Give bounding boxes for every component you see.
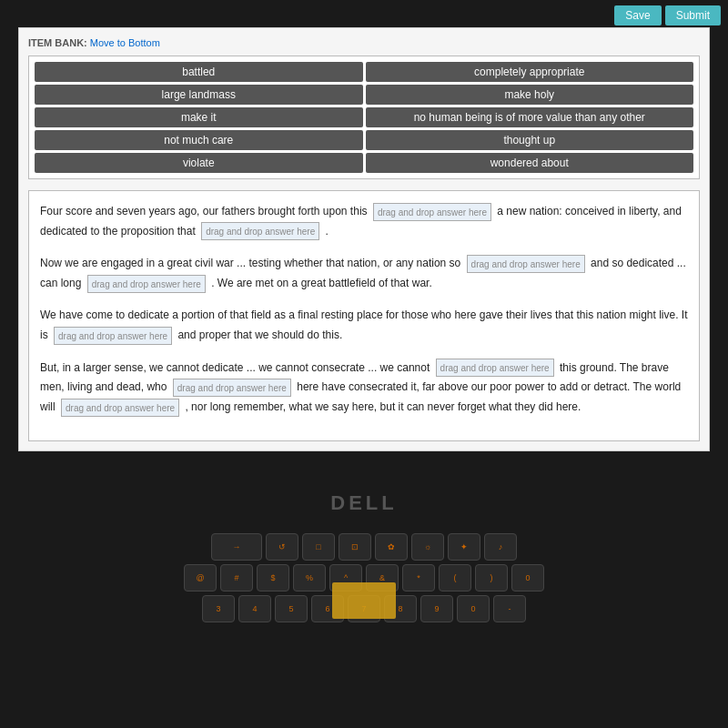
word-bank: battled completely appropriate large lan… (28, 56, 700, 179)
keyboard-row-1: → ↺ □ ⊡ ✿ ☼ ✦ ♪ (18, 533, 710, 561)
key-at[interactable]: @ (184, 564, 217, 592)
key-percent[interactable]: % (293, 564, 326, 592)
item-bank-header: ITEM BANK: Move to Bottom (28, 37, 700, 48)
key-minus[interactable]: - (493, 595, 526, 622)
drop-zone-1[interactable]: drag and drop answer here (373, 203, 491, 221)
word-chip-violate[interactable]: violate (35, 153, 363, 173)
text-p2c: . We are met on a great battlefield of t… (211, 277, 432, 289)
key-tab[interactable]: → (211, 533, 262, 561)
text-p4a: But, in a larger sense, we cannot dedica… (40, 361, 430, 374)
key-5[interactable]: 5 (275, 595, 308, 622)
text-p1c: . (326, 225, 329, 238)
drop-zone-7[interactable]: drag and drop answer here (173, 379, 291, 397)
key-refresh[interactable]: ↺ (266, 533, 298, 561)
key-fn1[interactable]: ✿ (375, 533, 408, 561)
text-p4d: , nor long remember, what we say here, b… (185, 400, 581, 413)
word-chip-make-holy[interactable]: make holy (366, 85, 694, 105)
word-chip-battled[interactable]: battled (35, 62, 363, 82)
drop-zone-2[interactable]: drag and drop answer here (201, 222, 319, 240)
key-3[interactable]: 3 (202, 595, 235, 622)
move-to-bottom-link[interactable]: Move to Bottom (90, 37, 160, 48)
drop-zone-5[interactable]: drag and drop answer here (54, 327, 172, 345)
paragraph-2: Now we are engaged in a great civil war … (40, 254, 688, 293)
dell-logo: DELL (330, 491, 397, 515)
drop-zone-4[interactable]: drag and drop answer here (87, 275, 206, 293)
key-hash[interactable]: # (220, 564, 253, 592)
paragraph-4: But, in a larger sense, we cannot dedica… (40, 359, 688, 418)
word-chip-no-human[interactable]: no human being is of more value than any… (366, 107, 694, 127)
word-chip-not-much-care[interactable]: not much care (35, 130, 363, 150)
paragraph-1: Four score and seven years ago, our fath… (40, 202, 688, 241)
key-dollar[interactable]: $ (257, 564, 289, 592)
key-close-paren[interactable]: ) (475, 564, 508, 592)
word-chip-completely-appropriate[interactable]: completely appropriate (366, 62, 694, 82)
text-p3b: and proper that we should do this. (177, 329, 342, 341)
word-chip-wondered-about[interactable]: wondered about (366, 153, 694, 173)
key-star[interactable]: * (402, 564, 435, 592)
key-9[interactable]: 9 (420, 595, 453, 622)
word-chip-large-landmass[interactable]: large landmass (35, 85, 363, 105)
text-p1a: Four score and seven years ago, our fath… (40, 205, 368, 217)
passage-area: Four score and seven years ago, our fath… (28, 190, 700, 441)
drop-zone-6[interactable]: drag and drop answer here (436, 359, 554, 377)
sticky-note (332, 582, 396, 619)
top-bar: Save Submit (607, 0, 728, 31)
text-p2a: Now we are engaged in a great civil war … (40, 257, 460, 269)
key-open-paren[interactable]: ( (439, 564, 471, 592)
word-chip-make-it[interactable]: make it (35, 107, 363, 127)
laptop-bottom: DELL → ↺ □ ⊡ ✿ ☼ ✦ ♪ @ # $ % ^ & * ( ) 0… (0, 464, 728, 728)
submit-button[interactable]: Submit (665, 5, 721, 25)
key-4[interactable]: 4 (238, 595, 271, 622)
key-fn4[interactable]: ♪ (484, 533, 517, 561)
key-0[interactable]: 0 (457, 595, 490, 622)
drop-zone-3[interactable]: drag and drop answer here (467, 255, 585, 273)
drop-zone-8[interactable]: drag and drop answer here (61, 399, 179, 417)
item-bank-label: ITEM BANK: (28, 37, 87, 48)
main-content: ITEM BANK: Move to Bottom battled comple… (18, 27, 710, 451)
key-grid[interactable]: ⊡ (339, 533, 371, 561)
key-win[interactable]: □ (302, 533, 335, 561)
save-button[interactable]: Save (614, 5, 661, 25)
key-zero[interactable]: 0 (511, 564, 544, 592)
paragraph-3: We have come to dedicate a portion of th… (40, 306, 688, 345)
key-fn3[interactable]: ✦ (448, 533, 480, 561)
key-fn2[interactable]: ☼ (411, 533, 444, 561)
word-chip-thought-up[interactable]: thought up (366, 130, 694, 150)
